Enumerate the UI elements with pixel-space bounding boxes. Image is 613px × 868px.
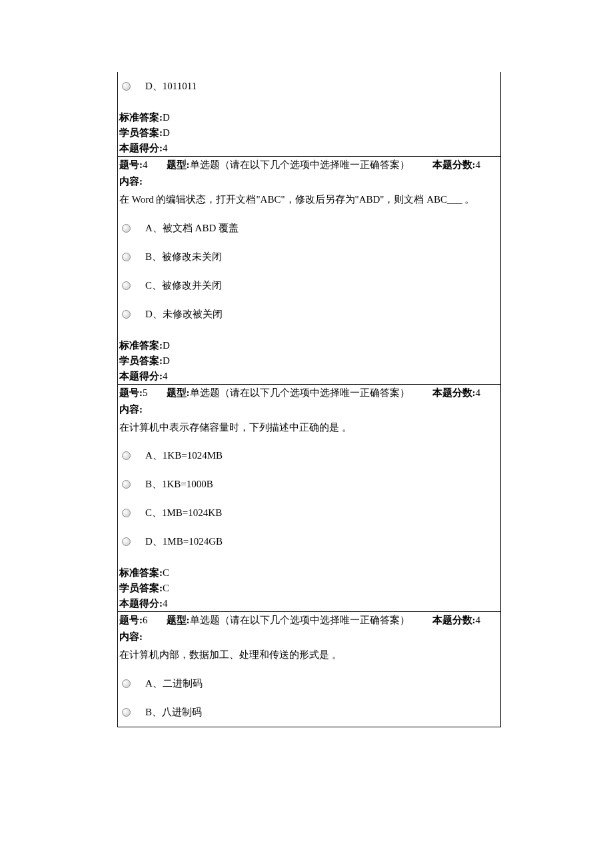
qtype-label: 题型: <box>167 615 190 625</box>
content-label: 内容: <box>118 629 500 645</box>
qno-value: 6 <box>143 615 148 625</box>
question-header: 题号:4题型:单选题（请在以下几个选项中选择唯一正确答案）本题分数:4 <box>118 157 500 173</box>
fullscore-value: 4 <box>476 615 481 625</box>
qno-label: 题号: <box>119 387 143 398</box>
option-row-d[interactable]: D、1MB=1024GB <box>118 527 500 556</box>
student-answer-value: D <box>163 355 170 366</box>
option-row-a[interactable]: A、1KB=1024MB <box>118 441 500 470</box>
option-row-b[interactable]: B、八进制码 <box>118 698 500 727</box>
option-text: B、被修改未关闭 <box>145 251 222 263</box>
radio-icon[interactable] <box>122 537 131 546</box>
option-row-b[interactable]: B、被修改未关闭 <box>118 243 500 271</box>
option-text: D、1011011 <box>145 80 197 93</box>
score-value: 4 <box>163 371 168 381</box>
radio-icon[interactable] <box>122 480 131 489</box>
qno-label: 题号: <box>119 159 143 170</box>
qtype-value: 单选题（请在以下几个选项中选择唯一正确答案） <box>190 159 410 170</box>
score-label: 本题得分: <box>119 143 163 153</box>
option-row-c[interactable]: C、被修改并关闭 <box>118 271 500 300</box>
radio-icon[interactable] <box>122 509 131 517</box>
student-answer-label: 学员答案: <box>119 583 163 593</box>
question-header: 题号:5题型:单选题（请在以下几个选项中选择唯一正确答案）本题分数:4 <box>118 385 500 401</box>
score-line: 本题得分:4 <box>118 369 500 384</box>
radio-icon[interactable] <box>122 253 131 261</box>
option-text: A、1KB=1024MB <box>145 449 223 462</box>
option-text: D、未修改被关闭 <box>145 308 223 321</box>
student-answer-label: 学员答案: <box>119 127 163 138</box>
score-line: 本题得分:4 <box>118 596 500 611</box>
option-text: D、1MB=1024GB <box>145 535 223 548</box>
question-block-6: 题号:6题型:单选题（请在以下几个选项中选择唯一正确答案）本题分数:4 内容: … <box>118 611 500 727</box>
question-block-5: 题号:5题型:单选题（请在以下几个选项中选择唯一正确答案）本题分数:4 内容: … <box>118 384 500 612</box>
qno-value: 5 <box>143 387 148 398</box>
question-text: 在计算机内部，数据加工、处理和传送的形式是 。 <box>118 645 500 669</box>
score-label: 本题得分: <box>119 371 163 381</box>
option-row-a[interactable]: A、二进制码 <box>118 669 500 698</box>
radio-icon[interactable] <box>122 708 131 717</box>
standard-answer-value: C <box>163 567 169 578</box>
fullscore-label: 本题分数: <box>432 615 476 625</box>
option-row-c[interactable]: C、1MB=1024KB <box>118 499 500 527</box>
radio-icon[interactable] <box>122 281 131 290</box>
radio-icon[interactable] <box>122 679 131 688</box>
fullscore-value: 4 <box>476 159 481 170</box>
option-text: A、被文档 ABD 覆盖 <box>145 222 239 235</box>
option-text: B、1KB=1000B <box>145 478 213 491</box>
option-row-d[interactable]: D、未修改被关闭 <box>118 300 500 329</box>
student-answer-value: C <box>163 583 169 593</box>
option-row-d[interactable]: D、1011011 <box>118 72 500 101</box>
question-block-4: 题号:4题型:单选题（请在以下几个选项中选择唯一正确答案）本题分数:4 内容: … <box>118 156 500 384</box>
qno-value: 4 <box>143 159 148 170</box>
option-text: C、被修改并关闭 <box>145 279 222 292</box>
option-text: A、二进制码 <box>145 677 203 690</box>
standard-answer-label: 标准答案: <box>119 567 163 578</box>
content-label: 内容: <box>118 401 500 418</box>
score-label: 本题得分: <box>119 598 163 609</box>
question-block-partial: D、1011011 标准答案:D 学员答案:D 本题得分:4 <box>118 72 500 156</box>
qtype-label: 题型: <box>167 387 190 398</box>
standard-answer-line: 标准答案:D <box>118 338 500 353</box>
standard-answer-value: D <box>163 340 170 351</box>
radio-icon[interactable] <box>122 82 131 91</box>
option-row-a[interactable]: A、被文档 ABD 覆盖 <box>118 214 500 243</box>
radio-icon[interactable] <box>122 224 131 233</box>
question-header: 题号:6题型:单选题（请在以下几个选项中选择唯一正确答案）本题分数:4 <box>118 612 500 629</box>
document-container: D、1011011 标准答案:D 学员答案:D 本题得分:4 题号:4题型:单选… <box>117 72 501 727</box>
fullscore-label: 本题分数: <box>432 159 476 170</box>
fullscore-label: 本题分数: <box>432 387 476 398</box>
student-answer-label: 学员答案: <box>119 355 163 366</box>
qtype-value: 单选题（请在以下几个选项中选择唯一正确答案） <box>190 387 410 398</box>
option-text: B、八进制码 <box>145 706 202 719</box>
score-value: 4 <box>163 598 168 609</box>
student-answer-line: 学员答案:C <box>118 581 500 596</box>
radio-icon[interactable] <box>122 310 131 319</box>
student-answer-line: 学员答案:D <box>118 353 500 369</box>
option-row-b[interactable]: B、1KB=1000B <box>118 470 500 499</box>
qtype-value: 单选题（请在以下几个选项中选择唯一正确答案） <box>190 615 410 625</box>
question-text: 在 Word 的编辑状态，打开文档"ABC"，修改后另存为"ABD"，则文档 A… <box>118 190 500 214</box>
content-label: 内容: <box>118 173 500 190</box>
question-text: 在计算机中表示存储容量时，下列描述中正确的是 。 <box>118 418 500 442</box>
standard-answer-label: 标准答案: <box>119 340 163 351</box>
option-text: C、1MB=1024KB <box>145 507 222 519</box>
standard-answer-line: 标准答案:D <box>118 110 500 125</box>
score-value: 4 <box>163 143 168 153</box>
qtype-label: 题型: <box>167 159 190 170</box>
fullscore-value: 4 <box>476 387 481 398</box>
standard-answer-line: 标准答案:C <box>118 565 500 581</box>
score-line: 本题得分:4 <box>118 141 500 156</box>
student-answer-value: D <box>163 127 170 138</box>
qno-label: 题号: <box>119 615 143 625</box>
standard-answer-value: D <box>163 112 170 123</box>
radio-icon[interactable] <box>122 451 131 460</box>
standard-answer-label: 标准答案: <box>119 112 163 123</box>
student-answer-line: 学员答案:D <box>118 125 500 141</box>
